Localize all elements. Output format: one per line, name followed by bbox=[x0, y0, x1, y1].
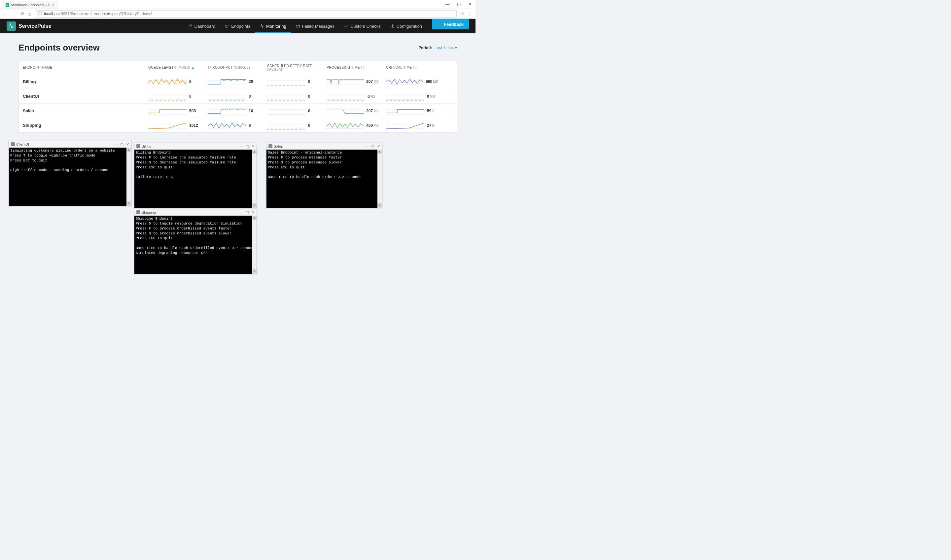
retry-value: 0 bbox=[308, 79, 317, 84]
scrollbar[interactable] bbox=[252, 215, 257, 274]
th-ptime[interactable]: PROCESSING TIME (T) bbox=[323, 66, 382, 69]
nav-failed[interactable]: Failed Messages bbox=[291, 19, 339, 33]
minimize-button[interactable]: — bbox=[239, 144, 243, 149]
throughput-value: 16 bbox=[249, 109, 258, 113]
console-sales[interactable]: Sales —▢✕ Sales Endpoint - original-inst… bbox=[266, 143, 382, 208]
minimize-button[interactable]: — bbox=[114, 142, 118, 146]
throughput-value: 20 bbox=[249, 79, 258, 84]
ctime-value: 27S bbox=[427, 123, 436, 128]
menu-icon[interactable]: ⋮ bbox=[468, 11, 472, 16]
console-billing[interactable]: Billing —▢✕ Billing Endpoint Press F to … bbox=[134, 143, 257, 208]
dashboard-icon bbox=[188, 24, 192, 28]
period-selector[interactable]: Period: Last 1 min. ▾ bbox=[419, 46, 457, 50]
queue-cell: 508 bbox=[144, 106, 204, 115]
scroll-down-icon[interactable]: ▼ bbox=[252, 269, 257, 274]
maximize-button[interactable]: ▢ bbox=[453, 2, 464, 7]
site-info-icon[interactable]: ⓘ bbox=[38, 11, 42, 17]
period-label: Period: bbox=[419, 46, 432, 50]
nav-config[interactable]: Configuration bbox=[385, 19, 426, 33]
th-ctime[interactable]: CRITICAL TIME (T) bbox=[382, 66, 442, 69]
table-row[interactable]: ClientUI 0 0 0 0MS 0MS bbox=[19, 89, 457, 103]
ctime-value: 0MS bbox=[427, 94, 436, 99]
th-queue[interactable]: QUEUE LENGTH (MSGS)▲ bbox=[144, 66, 204, 69]
url-field[interactable]: ⓘ localhost:8051/#/monitored_endpoints.p… bbox=[35, 10, 457, 17]
svg-point-1 bbox=[392, 25, 393, 27]
minimize-button[interactable]: — bbox=[442, 2, 453, 7]
scroll-up-icon[interactable]: ▲ bbox=[252, 215, 257, 220]
nav-monitoring[interactable]: Monitoring bbox=[255, 19, 291, 33]
scroll-up-icon[interactable]: ▲ bbox=[252, 149, 257, 154]
ctime-cell: 0MS bbox=[382, 92, 442, 101]
close-button[interactable]: ✕ bbox=[252, 144, 255, 149]
url-text: localhost:8051/#/monitored_endpoints.pin… bbox=[44, 12, 152, 16]
forward-button[interactable]: → bbox=[12, 11, 17, 17]
console-title: Billing bbox=[142, 144, 151, 148]
browser-chrome: Monitored Endpoints • S × — ▢ ✕ ← → ⟳ ⌂ … bbox=[0, 0, 476, 19]
feedback-button[interactable]: Feedback bbox=[432, 19, 469, 29]
main-nav: Dashboard Endpoints Monitoring Failed Me… bbox=[183, 19, 469, 33]
nav-custom[interactable]: Custom Checks bbox=[339, 19, 385, 33]
throughput-cell: 20 bbox=[204, 77, 263, 86]
queue-cell: 1012 bbox=[144, 121, 204, 130]
maximize-button[interactable]: ▢ bbox=[246, 210, 249, 215]
queue-cell: 8 bbox=[144, 77, 204, 86]
home-button[interactable]: ⌂ bbox=[28, 11, 31, 17]
sort-asc-icon: ▲ bbox=[191, 66, 194, 69]
scroll-up-icon[interactable]: ▲ bbox=[377, 149, 382, 154]
retry-cell: 0 bbox=[263, 77, 323, 86]
console-title: ClientUI bbox=[16, 142, 29, 146]
th-retry[interactable]: SCHEDULED RETRY RATE (MSGS/S) bbox=[263, 64, 323, 71]
minimize-button[interactable]: — bbox=[239, 210, 243, 215]
console-shipping[interactable]: Shipping —▢✕ Shipping Endpoint Press D t… bbox=[134, 209, 257, 274]
speech-bubble-icon bbox=[437, 22, 442, 26]
table-row[interactable]: Shipping 1012 8 0 460MS 27S bbox=[19, 118, 457, 132]
console-titlebar[interactable]: Billing —▢✕ bbox=[134, 143, 257, 149]
queue-value: 0 bbox=[189, 94, 199, 99]
maximize-button[interactable]: ▢ bbox=[371, 144, 374, 149]
logo-icon bbox=[7, 22, 16, 31]
scroll-down-icon[interactable]: ▼ bbox=[126, 201, 131, 206]
console-titlebar[interactable]: Sales —▢✕ bbox=[266, 143, 382, 149]
th-name[interactable]: ENDPOINT NAME bbox=[19, 66, 144, 69]
scrollbar[interactable] bbox=[126, 148, 131, 206]
nav-dashboard[interactable]: Dashboard bbox=[183, 19, 220, 33]
close-button[interactable]: ✕ bbox=[126, 142, 129, 146]
ptime-cell: 0MS bbox=[323, 92, 382, 101]
scroll-down-icon[interactable]: ▼ bbox=[252, 203, 257, 208]
console-body: Simulating customers placing orders on a… bbox=[9, 148, 131, 206]
close-button[interactable]: ✕ bbox=[377, 144, 380, 149]
reload-button[interactable]: ⟳ bbox=[20, 11, 25, 17]
brand[interactable]: ServicePulse bbox=[7, 22, 51, 31]
app-header: ServicePulse Dashboard Endpoints Monitor… bbox=[0, 19, 476, 33]
check-icon bbox=[344, 24, 348, 28]
period-value: Last 1 min. ▾ bbox=[435, 46, 457, 50]
table-row[interactable]: Sales 508 16 0 207MS 59S bbox=[19, 103, 457, 118]
retry-cell: 0 bbox=[263, 92, 323, 101]
console-area: ClientUI —▢✕ Simulating customers placin… bbox=[18, 139, 457, 281]
scrollbar[interactable] bbox=[252, 149, 257, 208]
browser-tab[interactable]: Monitored Endpoints • S × bbox=[2, 1, 58, 9]
tab-close-icon[interactable]: × bbox=[52, 3, 54, 7]
back-button[interactable]: ← bbox=[3, 11, 8, 17]
maximize-button[interactable]: ▢ bbox=[120, 142, 123, 146]
console-titlebar[interactable]: Shipping —▢✕ bbox=[134, 209, 257, 215]
nav-icons: ← → ⟳ ⌂ bbox=[3, 11, 31, 17]
close-button[interactable]: ✕ bbox=[252, 210, 255, 215]
console-clientui[interactable]: ClientUI —▢✕ Simulating customers placin… bbox=[9, 141, 131, 206]
queue-cell: 0 bbox=[144, 92, 204, 101]
star-icon[interactable]: ☆ bbox=[461, 11, 465, 16]
console-titlebar[interactable]: ClientUI —▢✕ bbox=[9, 141, 131, 148]
maximize-button[interactable]: ▢ bbox=[246, 144, 249, 149]
minimize-button[interactable]: — bbox=[365, 144, 368, 149]
window-controls: — ▢ ✕ bbox=[442, 0, 476, 9]
endpoints-table: ENDPOINT NAME QUEUE LENGTH (MSGS)▲ THROU… bbox=[18, 61, 457, 133]
th-throughput[interactable]: THROUGHPUT (MSGS/S) bbox=[204, 66, 263, 69]
scrollbar[interactable] bbox=[377, 149, 382, 208]
tab-strip: Monitored Endpoints • S × — ▢ ✕ bbox=[0, 0, 476, 9]
table-row[interactable]: Billing 8 20 0 207MS 660MS bbox=[19, 74, 457, 89]
queue-value: 8 bbox=[189, 79, 199, 84]
close-button[interactable]: ✕ bbox=[464, 2, 476, 7]
scroll-down-icon[interactable]: ▼ bbox=[377, 203, 382, 208]
nav-endpoints[interactable]: Endpoints bbox=[220, 19, 255, 33]
scroll-up-icon[interactable]: ▲ bbox=[126, 148, 131, 152]
